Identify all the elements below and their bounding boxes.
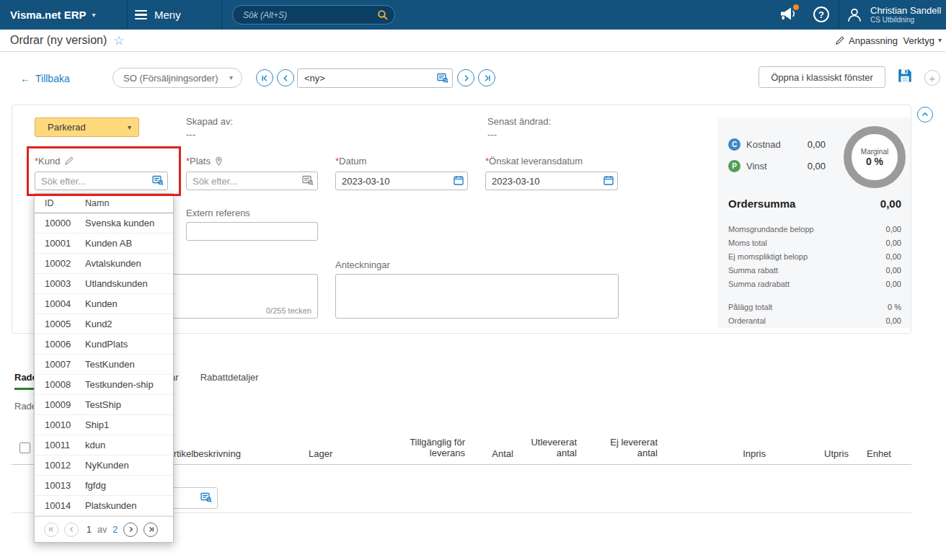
status-value: Parkerad xyxy=(48,122,86,133)
skip-last-icon xyxy=(483,74,491,82)
select-all-checkbox[interactable] xyxy=(19,443,30,453)
favorite-star-icon[interactable]: ☆ xyxy=(113,35,124,47)
customer-option[interactable]: 10012NyKunden xyxy=(35,455,173,476)
status-dropdown[interactable]: Parkerad ▾ xyxy=(35,117,139,137)
record-number-input[interactable] xyxy=(297,68,453,88)
last-record-button[interactable] xyxy=(478,69,495,86)
column-header[interactable]: Tillgänglig för leverans xyxy=(389,437,465,458)
kund-search-input[interactable] xyxy=(35,172,168,190)
customer-option[interactable]: 10003Utlandskunden xyxy=(35,274,173,294)
user-menu[interactable]: Christian Sandell CS Utbildning xyxy=(845,0,941,30)
dropdown-column-id[interactable]: ID xyxy=(45,198,85,208)
summary-row-value: 0,00 xyxy=(886,266,901,275)
brand-menu[interactable]: Visma.net ERP ▾ xyxy=(10,0,96,30)
column-header[interactable]: Inpris xyxy=(730,448,766,459)
customer-option[interactable]: 10007TestKunden xyxy=(35,355,173,375)
customer-option[interactable]: 10013fgfdg xyxy=(35,476,173,496)
pagination-next-button[interactable] xyxy=(123,523,138,537)
back-label: Tillbaka xyxy=(35,73,70,84)
marginal-value: 0 % xyxy=(866,156,883,167)
first-record-button[interactable] xyxy=(256,69,273,86)
customer-option[interactable]: 10014Platskunden xyxy=(35,496,173,516)
global-search-input[interactable] xyxy=(233,10,377,20)
order-type-dropdown[interactable]: SO (Försäljningsorder) ▾ xyxy=(112,68,242,88)
column-header[interactable]: Utpris xyxy=(813,448,849,459)
summary-row: Orderantal0,00 xyxy=(728,314,901,327)
datum-input[interactable] xyxy=(335,172,468,190)
previous-record-button[interactable] xyxy=(277,69,294,86)
dropdown-column-name[interactable]: Namn xyxy=(85,198,109,208)
extern-referens-field xyxy=(186,222,318,241)
customer-option[interactable]: 10010Ship1 xyxy=(35,415,173,435)
column-header[interactable]: Lager xyxy=(309,448,332,459)
collapse-panel-button[interactable] xyxy=(917,107,933,123)
chevron-up-icon xyxy=(921,110,929,119)
customization-button[interactable]: Anpassning xyxy=(835,30,898,51)
pagination-total-pages[interactable]: 2 xyxy=(112,525,118,535)
customer-name: Testkunden-ship xyxy=(85,379,154,390)
summary-row: Summa radrabatt0,00 xyxy=(728,277,901,290)
kund-label-row: *Kund xyxy=(35,156,74,166)
tools-button[interactable]: Verktyg ▾ xyxy=(903,30,942,51)
leveransdatum-input[interactable] xyxy=(485,172,618,190)
customization-label: Anpassning xyxy=(849,35,898,46)
help-button[interactable]: ? xyxy=(813,6,829,22)
extern-referens-input[interactable] xyxy=(186,222,318,241)
back-link[interactable]: ← Tillbaka xyxy=(20,73,70,84)
customer-option[interactable]: 10008Testkunden-ship xyxy=(35,375,173,395)
customer-option[interactable]: 10001Kunden AB xyxy=(35,234,173,254)
search-icon[interactable] xyxy=(377,9,388,20)
customer-list: 10000Svenska kunden10001Kunden AB10002Av… xyxy=(35,213,173,516)
customer-id: 10013 xyxy=(45,480,85,491)
save-button[interactable] xyxy=(898,68,912,83)
leveransdatum-label: Önskat leveransdatum xyxy=(489,156,583,166)
chevron-down-icon: ▾ xyxy=(229,74,233,81)
edit-pencil-icon[interactable] xyxy=(64,156,74,166)
top-bar: Visma.net ERP ▾ Meny ? Christian Sandell… xyxy=(0,0,946,30)
customer-option[interactable]: 10000Svenska kunden xyxy=(35,213,173,234)
announcements-button[interactable] xyxy=(779,6,799,24)
customer-option[interactable]: 10011kdun xyxy=(35,435,173,455)
chevron-right-icon xyxy=(128,526,134,533)
lookup-icon[interactable] xyxy=(152,175,164,185)
open-classic-button[interactable]: Öppna i klassiskt fönster xyxy=(759,66,885,88)
summary-row-value: 0,00 xyxy=(886,225,901,234)
kostnad-row: C Kostnad 0,00 xyxy=(728,138,826,151)
marginal-gauge: Marginal 0 % xyxy=(844,126,906,188)
pagination-of-label: av xyxy=(97,525,107,535)
pagination-previous-button[interactable] xyxy=(64,523,79,537)
lookup-icon[interactable] xyxy=(200,492,212,502)
plats-search-input[interactable] xyxy=(186,172,318,190)
lookup-icon[interactable] xyxy=(302,175,314,185)
column-header[interactable]: Enhet xyxy=(867,448,891,459)
summary-rows-2: Pålägg totalt0 %Orderantal0,00 xyxy=(728,300,901,327)
ordersumma-value: 0,00 xyxy=(880,197,901,210)
customer-option[interactable]: 10002Avtalskunden xyxy=(35,254,173,274)
customer-option[interactable]: 10004Kunden xyxy=(35,294,173,314)
column-header[interactable]: Artikelbeskrivning xyxy=(167,448,241,459)
brand-label: Visma.net ERP xyxy=(10,9,87,21)
customer-option[interactable]: 10006KundPlats xyxy=(35,334,173,355)
customer-option[interactable]: 10005Kund2 xyxy=(35,314,173,334)
lookup-icon[interactable] xyxy=(437,73,448,83)
tab-rabattdetaljer[interactable]: Rabattdetaljer xyxy=(200,372,259,390)
calendar-icon[interactable] xyxy=(454,175,464,185)
customer-id: 10000 xyxy=(45,218,85,228)
add-record-button[interactable]: + xyxy=(924,70,940,86)
extern-referens-label-row: Extern referens xyxy=(186,208,250,218)
pagination-last-button[interactable] xyxy=(143,523,158,537)
summary-row-value: 0,00 xyxy=(886,280,901,288)
next-record-button[interactable] xyxy=(457,69,474,86)
summary-row: Summa rabatt0,00 xyxy=(728,263,901,277)
user-org: CS Utbildning xyxy=(870,16,941,25)
pagination-first-button[interactable] xyxy=(44,523,58,537)
column-header[interactable]: Utlevererat antal xyxy=(508,437,577,458)
calendar-icon[interactable] xyxy=(604,175,614,185)
main-menu-button[interactable]: Meny xyxy=(128,0,221,30)
anteckningar-textarea[interactable] xyxy=(335,274,619,319)
kund-field xyxy=(35,172,168,190)
global-search[interactable] xyxy=(232,5,395,25)
ordersumma-label: Ordersumma xyxy=(728,197,795,210)
customer-option[interactable]: 10009TestShip xyxy=(35,395,173,415)
column-header[interactable]: Ej levererat antal xyxy=(589,437,658,458)
